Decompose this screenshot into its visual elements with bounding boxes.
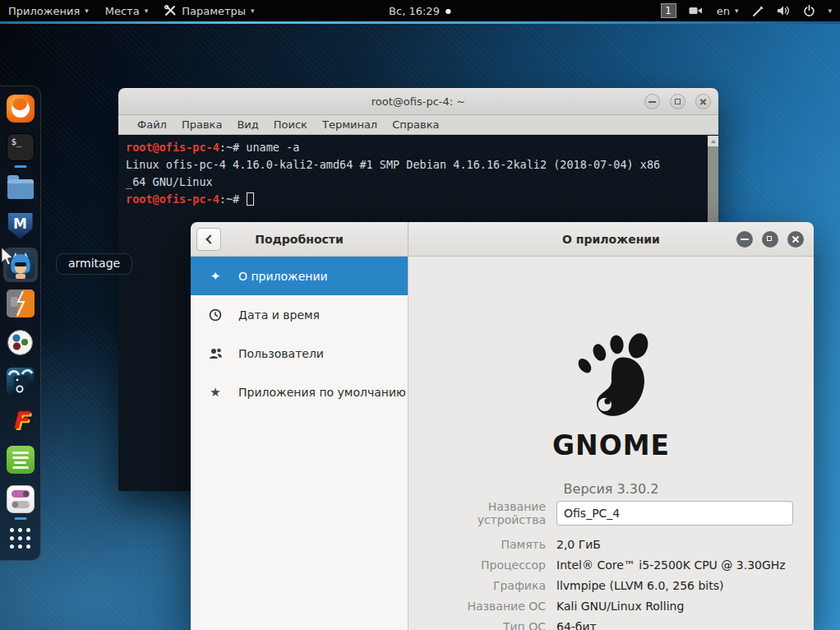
field-label: Графика <box>427 579 556 592</box>
colored-circles-icon <box>7 330 33 355</box>
maximize-button[interactable] <box>762 231 778 248</box>
workspace-indicator[interactable]: 1 <box>661 3 676 18</box>
field-label: Тип ОС <box>427 620 556 630</box>
dock-item-app-circles[interactable] <box>3 326 38 360</box>
field-value: llvmpipe (LLVM 6.0, 256 bits) <box>556 579 723 592</box>
places-menu-label: Места <box>105 5 140 17</box>
minimize-button[interactable] <box>644 94 660 109</box>
places-menu[interactable]: Места ▾ <box>97 0 156 21</box>
notes-lines-icon <box>7 446 35 474</box>
menu-file[interactable]: Файл <box>130 115 174 134</box>
about-panel: GNOME Версия 3.30.2 Название устройства … <box>408 257 814 630</box>
applications-menu-label: Приложения <box>8 5 80 17</box>
system-info-fields: Название устройства Память 2,0 ГиБ Проце… <box>427 500 793 630</box>
apps-grid-icon <box>10 528 30 549</box>
terminal-menubar: Файл Правка Вид Поиск Терминал Справка <box>118 115 718 135</box>
dock: $_ M <box>0 86 41 561</box>
mouse-cursor <box>0 247 16 268</box>
dock-item-cherrytree[interactable] <box>3 443 38 478</box>
dock-item-terminal[interactable]: $_ <box>3 131 38 165</box>
sidebar-item-about[interactable]: ✦ О приложении <box>191 257 408 295</box>
close-button[interactable] <box>787 231 804 248</box>
top-bar: Приложения ▾ Места ▾ Параметры ▾ Вс, 16:… <box>0 0 840 21</box>
menu-search[interactable]: Поиск <box>266 115 315 134</box>
sidebar-item-users[interactable]: Пользователи <box>191 334 408 373</box>
shell-prompt: root@ofis-pc-4 <box>126 192 219 206</box>
settings-body: ✦ О приложении Дата и время Пользователи <box>191 257 814 630</box>
maximize-icon <box>675 99 681 104</box>
sidebar-item-label: Пользователи <box>238 347 324 360</box>
device-name-row: Название устройства <box>427 500 793 526</box>
field-value: 2,0 ГиБ <box>556 538 601 551</box>
chevron-down-icon: ▾ <box>145 7 149 15</box>
field-value: Intel® Core™ i5-2500K CPU @ 3.30GHz <box>556 558 786 572</box>
dock-item-burpsuite[interactable] <box>3 287 38 322</box>
settings-header-right[interactable]: О приложении <box>408 222 814 257</box>
gnome-logo-block: GNOME Версия 3.30.2 <box>408 326 814 497</box>
menu-view[interactable]: Вид <box>229 115 265 134</box>
chevron-down-icon: ▾ <box>85 7 89 15</box>
terminal-icon: $_ <box>7 133 35 161</box>
pen-tool-icon[interactable] <box>752 5 764 17</box>
settings-menu[interactable]: Параметры ▾ <box>156 0 262 21</box>
clock-button[interactable]: Вс, 16:29 ● <box>382 0 458 21</box>
sidebar-item-label: Приложения по умолчанию <box>238 386 406 399</box>
dock-item-files[interactable] <box>3 169 38 204</box>
burpsuite-icon <box>7 290 35 317</box>
tools-icon <box>164 5 177 16</box>
dock-item-faraday[interactable]: F <box>3 404 38 438</box>
dock-item-beef[interactable] <box>3 365 38 400</box>
applications-menu[interactable]: Приложения ▾ <box>0 0 97 21</box>
menu-edit[interactable]: Правка <box>174 115 229 134</box>
wallpaper-horizon-band <box>0 21 840 24</box>
sparkle-icon: ✦ <box>208 269 223 284</box>
dock-item-settings-app[interactable] <box>3 482 38 517</box>
maximize-icon <box>767 236 772 241</box>
sidebar-title: Подробности <box>191 233 408 246</box>
users-icon <box>208 347 223 359</box>
dock-tooltip: armitage <box>56 253 132 275</box>
settings-header-left[interactable]: Подробности <box>191 222 408 257</box>
power-icon[interactable] <box>803 5 815 17</box>
volume-icon[interactable] <box>777 5 791 16</box>
menu-terminal[interactable]: Терминал <box>315 115 385 134</box>
minimize-button[interactable] <box>736 231 753 248</box>
settings-headerbar: Подробности О приложении <box>191 222 814 257</box>
keyboard-layout-button[interactable]: en ▾ <box>715 0 741 21</box>
scroll-up-arrow-icon[interactable] <box>708 136 718 146</box>
os-name-row: Название ОС Kali GNU/Linux Rolling <box>427 595 793 616</box>
keyboard-layout-label: en <box>717 5 730 17</box>
maximize-button[interactable] <box>670 94 685 109</box>
terminal-line: _64 GNU/Linux <box>126 174 702 191</box>
field-label: Процессор <box>427 558 556 572</box>
toggles-icon <box>7 485 35 513</box>
device-name-input[interactable] <box>556 501 793 526</box>
field-value: 64-бит <box>556 620 597 630</box>
firefox-icon <box>7 95 35 123</box>
dock-item-firefox[interactable] <box>3 91 38 126</box>
field-label: Память <box>427 538 556 551</box>
terminal-line: root@ofis-pc-4:~# uname -a <box>126 139 702 156</box>
settings-sidebar: ✦ О приложении Дата и время Пользователи <box>191 257 408 630</box>
graphics-row: Графика llvmpipe (LLVM 6.0, 256 bits) <box>427 575 793 595</box>
notification-dot-icon: ● <box>445 7 451 15</box>
chevron-left-icon <box>205 234 215 243</box>
close-button[interactable] <box>695 94 711 109</box>
bull-icon <box>7 368 35 396</box>
screen-recorder-icon[interactable] <box>689 6 703 16</box>
dock-item-metasploit[interactable]: M <box>3 209 38 243</box>
menu-help[interactable]: Справка <box>385 115 446 134</box>
desktop: Приложения ▾ Места ▾ Параметры ▾ Вс, 16:… <box>0 0 840 630</box>
terminal-titlebar[interactable]: root@ofis-pc-4: ~ <box>118 88 718 115</box>
faraday-letter: F <box>12 407 28 434</box>
system-menu-chevron-icon[interactable]: ▾ <box>828 7 832 15</box>
show-applications-button[interactable] <box>3 521 38 556</box>
terminal-line: root@ofis-pc-4:~# <box>126 191 702 208</box>
sidebar-item-date-time[interactable]: Дата и время <box>191 295 408 334</box>
minimize-icon <box>648 101 656 103</box>
sidebar-item-default-apps[interactable]: ★ Приложения по умолчанию <box>191 373 408 411</box>
shell-command: uname -a <box>239 141 299 154</box>
back-button[interactable] <box>196 228 221 251</box>
faraday-f-icon: F <box>7 407 35 435</box>
star-icon: ★ <box>208 385 223 400</box>
